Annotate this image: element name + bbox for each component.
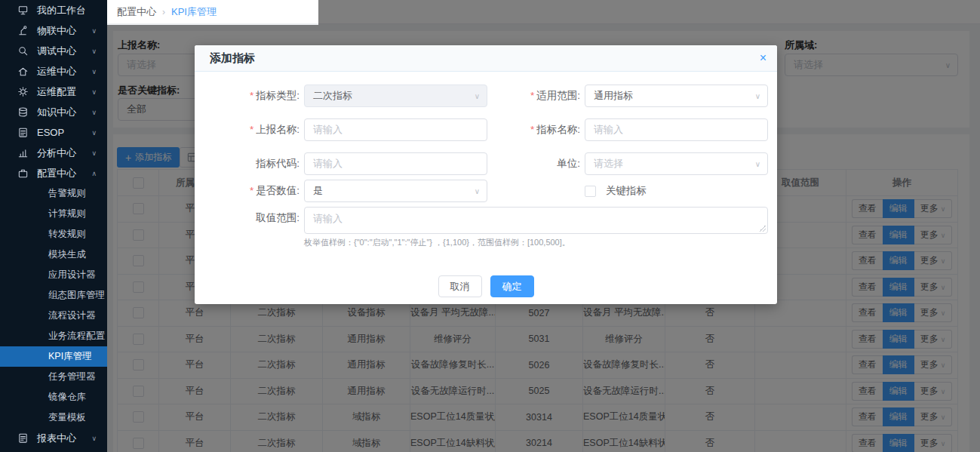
ops-icon [17,66,29,77]
sidebar-item-debug-center[interactable]: 调试中心∨ [0,41,107,61]
workbench-icon [17,5,29,16]
report-icon [17,432,29,444]
sidebar-item-image-repo[interactable]: 镜像仓库 [0,387,107,407]
app-root: 我的工作台物联中心∨调试中心∨运维中心∨运维配置∨知识中心∨ESOP∨分析中心∨… [0,0,980,452]
sidebar-item-knowledge-center[interactable]: 知识中心∨ [0,102,107,122]
sidebar-item-app-designer[interactable]: 应用设计器 [0,265,107,285]
sidebar-item-report-center[interactable]: 报表中心∨ [0,428,107,448]
sidebar-item-workbench[interactable]: 我的工作台 [0,0,107,20]
sidebar: 我的工作台物联中心∨调试中心∨运维中心∨运维配置∨知识中心∨ESOP∨分析中心∨… [0,0,107,452]
indicator-name-label: *指标名称: [481,118,580,141]
unit-label: 单位: [481,152,580,175]
esop-icon [17,127,29,138]
breadcrumb-separator-icon: › [162,7,165,17]
dialog-footer: 取消 确定 [195,275,777,297]
chevron-down-icon: ∨ [91,48,97,55]
sidebar-item-analysis-center[interactable]: 分析中心∨ [0,143,107,163]
sidebar-menu: 我的工作台物联中心∨调试中心∨运维中心∨运维配置∨知识中心∨ESOP∨分析中心∨… [0,0,107,448]
close-icon[interactable]: × [760,52,766,64]
sidebar-item-task-manager[interactable]: 任务管理器 [0,367,107,387]
indicator-code-input[interactable]: 请输入 [304,152,487,175]
dialog-title: 添加指标 [210,51,255,66]
unit-select[interactable]: 请选择 ∨ [585,152,768,175]
sidebar-item-alarm-rules[interactable]: 告警规则 [0,183,107,204]
confirm-button[interactable]: 确定 [490,275,534,297]
knowledge-icon [17,106,29,118]
chevron-down-icon: ∨ [91,109,97,116]
sidebar-item-kpi-library[interactable]: KPI库管理 [0,346,107,367]
sidebar-item-variable-template[interactable]: 变量模板 [0,407,107,428]
sidebar-item-esop[interactable]: ESOP∨ [0,122,107,143]
chevron-down-icon: ∨ [91,435,97,442]
resize-handle-icon[interactable] [759,225,766,232]
iot-icon [17,25,29,36]
breadcrumb-kpi-library[interactable]: KPI库管理 [171,5,217,19]
chevron-down-icon: ∨ [91,129,97,137]
sidebar-item-biz-flow-config[interactable]: 业务流程配置 [0,326,107,346]
scope-label: *适用范围: [481,85,580,107]
sidebar-item-flow-designer[interactable]: 流程设计器 [0,306,107,326]
indicator-type-label: *指标类型: [198,85,300,107]
report-name-input[interactable]: 请输入 [304,118,487,141]
sidebar-item-config-center[interactable]: 配置中心∧ [0,163,107,183]
config-icon [17,168,29,179]
chevron-down-icon: ∨ [475,187,480,195]
add-indicator-dialog: 添加指标 × *指标类型: 二次指标 ∨ *适用范围: 通用指标 ∨ *上报名称… [195,45,777,304]
chevron-down-icon: ∨ [91,27,97,35]
report-name-label: *上报名称: [198,118,300,141]
chevron-down-icon: ∨ [91,149,97,157]
sidebar-item-ops-config[interactable]: 运维配置∨ [0,81,107,102]
indicator-code-label: 指标代码: [198,152,300,175]
value-range-label: 取值范围: [198,207,300,229]
sidebar-item-ops-center[interactable]: 运维中心∨ [0,61,107,81]
chevron-down-icon: ∨ [475,92,480,100]
ops-config-icon [17,86,29,97]
sidebar-item-forward-rules[interactable]: 转发规则 [0,224,107,244]
is-numeric-select[interactable]: 是 ∨ [304,180,487,202]
chevron-down-icon: ∨ [91,68,97,75]
key-indicator-checkbox[interactable] [585,186,596,197]
scope-select[interactable]: 通用指标 ∨ [585,85,768,107]
modal-overlay [318,0,980,25]
cancel-button[interactable]: 取消 [438,275,482,297]
indicator-name-input[interactable]: 请输入 [585,118,768,141]
dialog-header: 添加指标 × [195,45,777,72]
chevron-up-icon: ∧ [91,170,97,177]
chevron-down-icon: ∨ [755,92,760,100]
key-indicator-label: 关键指标 [606,184,647,198]
chevron-down-icon: ∨ [755,160,760,168]
is-numeric-label: *是否数值: [198,180,300,202]
value-range-textarea[interactable]: 请输入 [304,207,768,234]
sidebar-item-module-gen[interactable]: 模块生成 [0,244,107,265]
debug-icon [17,45,29,57]
chevron-down-icon: ∨ [91,88,97,96]
indicator-type-select[interactable]: 二次指标 ∨ [304,85,487,107]
analysis-icon [17,147,29,158]
sidebar-item-scada-gallery[interactable]: 组态图库管理 [0,285,107,306]
sidebar-item-iot-center[interactable]: 物联中心∨ [0,20,107,41]
value-range-hint: 枚举值样例：{"0":"启动","1":"停止"} ，{1,100}，范围值样例… [304,237,570,248]
breadcrumb-config-center[interactable]: 配置中心 [117,5,156,19]
sidebar-item-calc-rules[interactable]: 计算规则 [0,204,107,224]
